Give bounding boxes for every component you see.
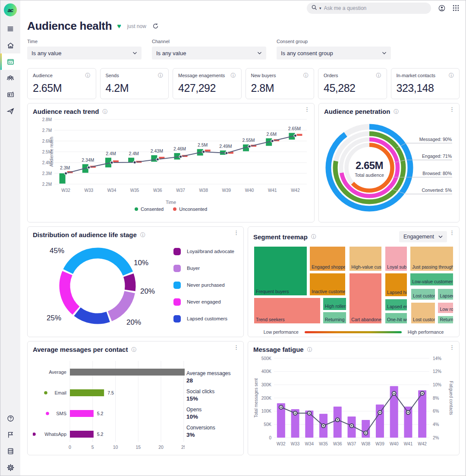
treemap-tile-lapsed-[interactable]: Lapsed... <box>437 288 454 301</box>
reach-point-W41[interactable] <box>271 140 274 142</box>
fatigue-bar-W39[interactable] <box>376 404 384 438</box>
kebab-menu-icon[interactable]: ⋮ <box>449 229 455 236</box>
sidebar-item-help[interactable] <box>0 410 20 426</box>
apps-grid-icon[interactable] <box>453 5 460 12</box>
treemap-tile-loyal-sub-[interactable]: Loyal sub... <box>384 246 407 272</box>
treemap-tile-lost-customers[interactable]: Lost customers <box>410 302 436 324</box>
treemap-tile-returning-c-[interactable]: Returning c... <box>322 311 347 324</box>
treemap-tile-cart-abandoners[interactable]: Cart abandoners <box>349 272 382 324</box>
hbar-average[interactable] <box>70 369 185 376</box>
menu-button[interactable] <box>0 21 20 37</box>
info-icon[interactable]: ⓘ <box>376 73 381 78</box>
kpi-card[interactable]: New buyersⓘ2.8M <box>246 68 315 99</box>
treemap-tile-lapsed-ent-[interactable]: Lapsed ent... <box>384 298 407 311</box>
treemap-tile-just-passing-throughs[interactable]: Just passing throughs <box>409 246 454 272</box>
reach-point-W33[interactable] <box>88 166 90 169</box>
search-scope-caret-icon[interactable]: ▾ <box>319 6 321 10</box>
sidebar-item-home[interactable] <box>0 37 20 53</box>
info-icon[interactable]: ⓘ <box>449 73 454 78</box>
kpi-card[interactable]: Message enagementsⓘ427,292 <box>173 68 242 99</box>
reach-point-W40[interactable] <box>248 145 251 147</box>
treemap-tile-high-rollers[interactable]: High rollers <box>322 297 347 311</box>
life-stage-legend: Loyal/brand advocateBuyerNever purchased… <box>173 248 234 323</box>
reach-point-W32[interactable] <box>64 172 67 175</box>
reach-point-W39[interactable] <box>225 152 228 154</box>
treemap-tile-low-value-customers[interactable]: Low-value customers <box>409 272 454 287</box>
refresh-icon[interactable] <box>152 23 159 29</box>
sidebar-item-contacts[interactable] <box>0 70 20 86</box>
kpi-card[interactable]: Ordersⓘ45,282 <box>318 68 387 99</box>
treemap-tile-inactive-customers[interactable]: Inactive customers <box>309 272 346 297</box>
unconsented-mark-W38[interactable] <box>205 150 211 152</box>
favorite-heart-icon[interactable]: ♥ <box>117 22 121 30</box>
sidebar-item-campaigns[interactable] <box>0 103 20 119</box>
slice-never-engaged[interactable] <box>65 273 76 310</box>
search-bar[interactable]: ▾ <box>307 3 431 14</box>
filter-dropdown[interactable]: Is any value <box>152 47 266 60</box>
slice-lapsed-customers[interactable] <box>77 312 108 319</box>
sidebar-item-deals[interactable] <box>0 86 20 103</box>
account-icon[interactable] <box>438 4 446 12</box>
fatigue-point-center <box>294 413 296 414</box>
treemap-tile-high-value-custo-[interactable]: High-value custo... <box>349 246 382 272</box>
info-icon[interactable]: ⓘ <box>311 234 316 239</box>
kebab-menu-icon[interactable]: ⋮ <box>233 344 239 351</box>
kpi-card[interactable]: Sendsⓘ4.2M <box>100 68 169 99</box>
sidebar-item-settings[interactable] <box>0 459 20 476</box>
hbar-whatsapp[interactable] <box>70 431 94 438</box>
kpi-card[interactable]: In-market contactsⓘ323,148 <box>391 68 460 99</box>
info-icon[interactable]: ⓘ <box>231 73 236 78</box>
unconsented-mark-W34[interactable] <box>113 160 119 163</box>
svg-text:2.2M: 2.2M <box>42 182 52 187</box>
svg-text:50K: 50K <box>264 422 271 427</box>
callout-label[interactable]: Browsed: 80% <box>422 171 452 176</box>
reach-point-W36[interactable] <box>156 158 159 160</box>
hbar-sms[interactable] <box>70 410 94 417</box>
slice-loyal-brand-advocate[interactable] <box>129 275 130 290</box>
kebab-menu-icon[interactable]: ⋮ <box>449 106 455 113</box>
kpi-card[interactable]: Audienceⓘ2.65M <box>27 68 96 99</box>
info-icon[interactable]: ⓘ <box>394 109 399 114</box>
info-icon[interactable]: ⓘ <box>158 73 163 78</box>
sidebar-item-data[interactable] <box>0 443 20 459</box>
treemap-tile-lost-custom-[interactable]: Lost custom... <box>410 288 436 301</box>
info-icon[interactable]: ⓘ <box>131 347 136 352</box>
search-input[interactable] <box>323 5 427 12</box>
treemap-tile-frequent-buyers[interactable]: Frequent buyers <box>253 246 308 296</box>
treemap-tile-engaged-shoppers[interactable]: Engaged shoppers <box>309 246 346 272</box>
info-icon[interactable]: ⓘ <box>303 73 309 78</box>
treemap-legend: Low performance High performance <box>253 329 454 335</box>
treemap-tile-trend-seekers[interactable]: Trend seekers <box>253 297 321 324</box>
callout-label[interactable]: Converted: 5% <box>422 188 452 193</box>
info-icon[interactable]: ⓘ <box>140 232 145 238</box>
reach-point-W37[interactable] <box>179 155 182 158</box>
kebab-menu-icon[interactable]: ⋮ <box>233 229 239 236</box>
filter-dropdown[interactable]: Is any consent group <box>277 47 391 60</box>
kebab-menu-icon[interactable]: ⋮ <box>449 344 455 351</box>
hbar-email[interactable] <box>70 389 104 396</box>
reach-point-W38[interactable] <box>202 150 205 153</box>
unconsented-mark-W42[interactable] <box>296 134 302 136</box>
app-logo[interactable]: ac <box>4 3 17 16</box>
callout-label[interactable]: Engaged: 71% <box>422 153 452 159</box>
reach-point-W34[interactable] <box>110 161 113 164</box>
slice-never-purchased[interactable] <box>68 253 128 274</box>
reach-point-W35[interactable] <box>133 161 136 163</box>
engagement-dropdown[interactable]: Engagement <box>399 231 447 242</box>
svg-text:2%: 2% <box>433 435 439 440</box>
info-icon[interactable]: ⓘ <box>102 109 107 114</box>
sidebar-item-reports[interactable] <box>0 53 20 70</box>
treemap-tile-returni-[interactable]: Returni... <box>437 315 454 324</box>
sidebar-item-flags[interactable] <box>0 426 20 443</box>
treemap-tile-one-hit-wo-[interactable]: One-hit wo... <box>384 312 407 324</box>
reach-point-W42[interactable] <box>294 134 296 137</box>
consented-bar-W32[interactable] <box>60 173 66 184</box>
slice-buyer[interactable] <box>110 292 129 316</box>
info-icon[interactable]: ⓘ <box>85 73 91 78</box>
treemap-tile-lapsed-hig-[interactable]: Lapsed hig... <box>384 272 407 298</box>
kebab-menu-icon[interactable]: ⋮ <box>304 106 310 113</box>
callout-label[interactable]: Messaged: 90% <box>419 137 452 142</box>
info-icon[interactable]: ⓘ <box>307 347 312 352</box>
treemap-tile-low-rol-[interactable]: Low rol... <box>437 302 454 314</box>
filter-dropdown[interactable]: Is any value <box>27 47 142 60</box>
